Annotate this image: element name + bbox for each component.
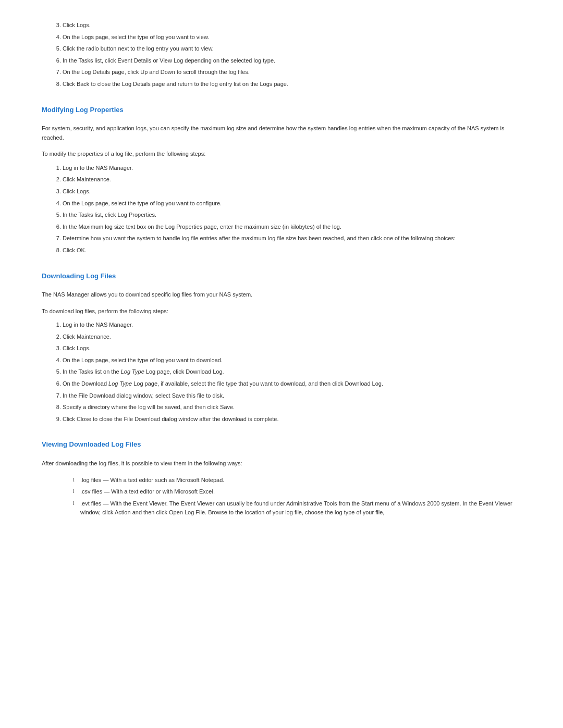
mod-step-8: Click OK. (63, 246, 521, 255)
top-step-3: Click Logs. (63, 21, 521, 30)
top-steps-list: Click Logs. On the Logs page, select the… (63, 21, 521, 89)
modifying-section: Modifying Log Properties For system, sec… (42, 105, 521, 255)
dl-step-4: On the Logs page, select the type of log… (63, 356, 521, 365)
viewing-section: Viewing Downloaded Log Files After downl… (42, 439, 521, 517)
top-step-5: Click the radio button next to the log e… (63, 44, 521, 54)
modifying-intro: For system, security, and application lo… (42, 124, 521, 142)
dl-step-9: Click Close to close the File Download d… (63, 415, 521, 424)
mod-step-2: Click Maintenance. (63, 175, 521, 184)
dl-step-7: In the File Download dialog window, sele… (63, 391, 521, 401)
mod-step-4: On the Logs page, select the type of log… (63, 199, 521, 208)
viewing-intro: After downloading the log files, it is p… (42, 459, 521, 468)
dl-step-5: In the Tasks list on the Log Type Log pa… (63, 367, 521, 377)
viewing-heading: Viewing Downloaded Log Files (42, 439, 521, 450)
dl-step-3: Click Logs. (63, 344, 521, 353)
view-bullet-3: .evt files — With the Event Viewer. The … (73, 499, 521, 517)
downloading-steps-list: Log in to the NAS Manager. Click Mainten… (63, 320, 521, 424)
mod-step-3: Click Logs. (63, 187, 521, 196)
view-bullet-2: .csv files — With a text editor or with … (73, 487, 521, 497)
view-bullet-1: .log files — With a text editor such as … (73, 476, 521, 485)
dl-step-6: On the Download Log Type Log page, if av… (63, 379, 521, 389)
dl-step-2: Click Maintenance. (63, 332, 521, 342)
modifying-steps-list: Log in to the NAS Manager. Click Mainten… (63, 164, 521, 255)
viewing-bullets: .log files — With a text editor such as … (73, 476, 521, 517)
top-step-6: In the Tasks list, click Event Details o… (63, 56, 521, 66)
dl-step-8: Specify a directory where the log will b… (63, 403, 521, 412)
downloading-intro: The NAS Manager allows you to download s… (42, 290, 521, 300)
mod-step-6: In the Maximum log size text box on the … (63, 223, 521, 232)
top-step-4: On the Logs page, select the type of log… (63, 33, 521, 42)
mod-step-5: In the Tasks list, click Log Properties. (63, 211, 521, 220)
top-step-7: On the Log Details page, click Up and Do… (63, 68, 521, 77)
modifying-heading: Modifying Log Properties (42, 105, 521, 115)
downloading-heading: Downloading Log Files (42, 271, 521, 281)
downloading-section: Downloading Log Files The NAS Manager al… (42, 271, 521, 424)
top-step-8: Click Back to close the Log Details page… (63, 80, 521, 89)
dl-step-1: Log in to the NAS Manager. (63, 320, 521, 330)
modifying-steps-intro: To modify the properties of a log file, … (42, 150, 521, 158)
mod-step-1: Log in to the NAS Manager. (63, 164, 521, 173)
downloading-steps-intro: To download log files, perform the follo… (42, 307, 521, 316)
mod-step-7: Determine how you want the system to han… (63, 234, 521, 243)
